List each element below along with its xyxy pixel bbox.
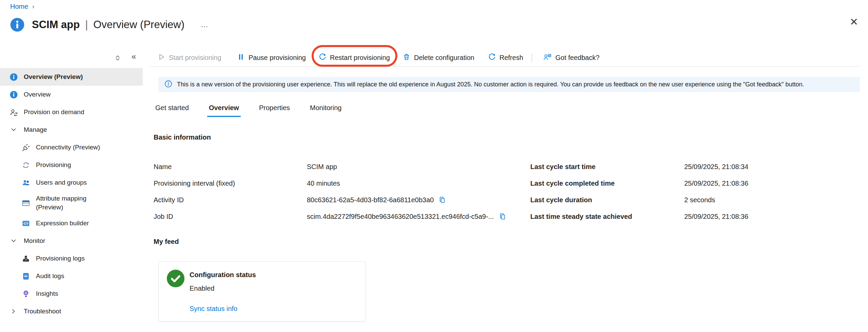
provisioning-overview-page: Home › SCIM app | Overview (Preview) … ✕… xyxy=(0,0,868,332)
toolbar-rule xyxy=(149,66,860,67)
field-value-last-cycle-duration: 2 seconds xyxy=(684,195,715,205)
got-feedback-label: Got feedback? xyxy=(555,54,599,62)
sync-status-info-link[interactable]: Sync status info xyxy=(190,305,237,313)
audit-logs-icon xyxy=(21,272,30,281)
breadcrumb-home-link[interactable]: Home xyxy=(10,3,28,11)
delete-configuration-button[interactable]: Delete configuration xyxy=(403,49,474,67)
restart-icon xyxy=(319,53,326,62)
sidebar-item-label: Users and groups xyxy=(36,179,87,186)
field-value-interval: 40 minutes xyxy=(307,178,340,188)
refresh-label: Refresh xyxy=(499,54,523,62)
delete-configuration-label: Delete configuration xyxy=(414,54,474,62)
copy-icon[interactable] xyxy=(438,196,446,204)
chevron-right-icon xyxy=(9,307,18,316)
sidebar-item-users-and-groups[interactable]: Users and groups xyxy=(0,174,143,191)
sidebar-item-provision-on-demand[interactable]: Provision on demand xyxy=(0,103,143,121)
tab-monitoring[interactable]: Monitoring xyxy=(308,100,343,117)
pause-icon xyxy=(237,53,245,62)
sidebar-item-provisioning-logs[interactable]: Provisioning logs xyxy=(0,250,143,267)
insights-bulb-icon xyxy=(21,289,30,298)
sidebar-item-label: Attribute mapping (Preview) xyxy=(36,194,99,211)
field-label-job-id: Job ID xyxy=(154,211,173,222)
field-value-last-cycle-completed: 25/09/2025, 21:08:36 xyxy=(684,178,748,188)
sidebar-item-overview-preview[interactable]: Overview (Preview) xyxy=(0,68,143,86)
field-value-steady-state: 25/09/2025, 21:08:36 xyxy=(684,211,748,222)
tab-get-started[interactable]: Get started xyxy=(154,100,191,117)
app-name: SCIM app xyxy=(32,19,80,31)
field-label-activity-id: Activity ID xyxy=(154,195,184,205)
sidebar-group-label: Manage xyxy=(24,126,47,133)
card-status: Enabled xyxy=(190,285,214,292)
app-info-icon xyxy=(9,17,25,33)
tab-overview[interactable]: Overview xyxy=(207,100,241,117)
sidebar-item-attribute-mapping[interactable]: Attribute mapping (Preview) xyxy=(0,191,143,214)
basic-information-grid: Name SCIM app Last cycle start time 25/0… xyxy=(154,162,860,229)
more-options-icon[interactable]: … xyxy=(201,20,209,29)
chevron-down-icon xyxy=(9,236,18,245)
chevron-down-icon xyxy=(9,125,18,134)
sidebar-item-audit-logs[interactable]: Audit logs xyxy=(0,267,143,285)
play-icon xyxy=(158,53,165,62)
basic-information-heading: Basic information xyxy=(154,133,211,141)
breadcrumb-chevron-icon: › xyxy=(32,3,34,10)
sidebar-group-monitor[interactable]: Monitor xyxy=(0,232,143,250)
refresh-button[interactable]: Refresh xyxy=(488,49,523,67)
field-label-last-cycle-duration: Last cycle duration xyxy=(530,195,592,205)
refresh-icon xyxy=(488,53,496,62)
info-banner: This is a new version of the provisionin… xyxy=(158,77,860,92)
job-id-value: scim.4da2272f9f5e40be963463620e513321.ec… xyxy=(307,213,494,221)
sidebar-item-label: Insights xyxy=(36,290,58,297)
provisioning-logs-icon xyxy=(21,254,30,263)
sidebar-item-label: Audit logs xyxy=(36,272,64,280)
page-header: SCIM app | Overview (Preview) … xyxy=(9,17,209,33)
configuration-status-card: Configuration status Enabled Sync status… xyxy=(158,261,366,321)
sidebar-group-label: Troubleshoot xyxy=(24,308,61,315)
field-value-name: SCIM app xyxy=(307,162,337,172)
my-feed-heading: My feed xyxy=(154,238,179,246)
sidebar-item-overview[interactable]: Overview xyxy=(0,86,143,103)
tab-properties[interactable]: Properties xyxy=(257,100,292,117)
restart-provisioning-label: Restart provisioning xyxy=(330,54,390,62)
attribute-mapping-table-icon xyxy=(21,199,30,207)
sidebar-item-label: Expression builder xyxy=(36,220,89,227)
field-label-last-cycle-start: Last cycle start time xyxy=(530,162,595,172)
page-title: SCIM app | Overview (Preview) xyxy=(32,19,184,31)
start-provisioning-button[interactable]: Start provisioning xyxy=(158,49,221,67)
resource-menu: Overview (Preview) Overview Provision on… xyxy=(0,68,143,320)
expression-builder-icon xyxy=(21,219,30,228)
field-value-activity-id: 80c63621-62a5-4d03-bf82-6a6811e0b3a0 xyxy=(307,195,446,205)
field-label-interval: Provisioning interval (fixed) xyxy=(154,178,235,188)
success-check-icon xyxy=(166,269,185,288)
sidebar-item-label: Provisioning xyxy=(36,161,71,169)
sidebar-item-insights[interactable]: Insights xyxy=(0,285,143,303)
sidebar-group-troubleshoot[interactable]: Troubleshoot xyxy=(0,303,143,320)
sidebar-group-manage[interactable]: Manage xyxy=(0,121,143,139)
sidebar-item-expression-builder[interactable]: Expression builder xyxy=(0,214,143,232)
sidebar-item-connectivity[interactable]: Connectivity (Preview) xyxy=(0,139,143,156)
sidebar-item-label: Connectivity (Preview) xyxy=(36,144,100,151)
restart-provisioning-button[interactable]: Restart provisioning xyxy=(319,49,390,67)
copy-icon[interactable] xyxy=(499,213,506,220)
connectivity-plug-icon xyxy=(21,143,30,152)
sidebar-item-provisioning[interactable]: Provisioning xyxy=(0,156,143,174)
pause-provisioning-button[interactable]: Pause provisioning xyxy=(237,49,306,67)
banner-text: This is a new version of the provisionin… xyxy=(177,81,804,88)
field-value-job-id: scim.4da2272f9f5e40be963463620e513321.ec… xyxy=(307,211,506,222)
page-name: Overview (Preview) xyxy=(93,19,184,31)
info-icon xyxy=(9,72,18,81)
provisioning-sync-icon xyxy=(21,161,30,169)
feedback-person-icon xyxy=(543,53,552,63)
start-provisioning-label: Start provisioning xyxy=(169,54,221,62)
close-icon[interactable]: ✕ xyxy=(850,17,858,27)
sidebar-item-label: Overview (Preview) xyxy=(24,73,83,81)
field-value-last-cycle-start: 25/09/2025, 21:08:34 xyxy=(684,162,748,172)
pause-provisioning-label: Pause provisioning xyxy=(249,54,306,62)
toolbar-divider xyxy=(532,53,532,62)
sidebar-item-label: Provisioning logs xyxy=(36,255,85,262)
got-feedback-button[interactable]: Got feedback? xyxy=(543,49,599,67)
tab-bar: Get started Overview Properties Monitori… xyxy=(154,100,343,117)
sidebar-item-label: Overview xyxy=(24,91,51,98)
sidebar-item-label: Provision on demand xyxy=(24,108,84,116)
command-bar: Start provisioning Pause provisioning Re… xyxy=(0,49,868,67)
provision-on-demand-icon xyxy=(9,108,18,117)
